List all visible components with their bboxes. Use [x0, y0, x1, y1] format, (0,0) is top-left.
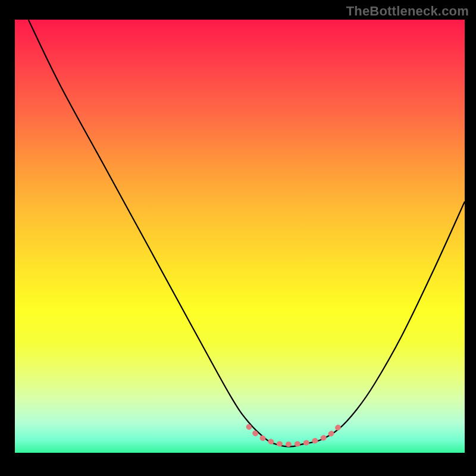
bottleneck-curve-line: [29, 20, 465, 447]
watermark-text: TheBottleneck.com: [346, 4, 469, 19]
highlight-dots: [249, 427, 339, 444]
bottleneck-chart: [0, 0, 476, 476]
